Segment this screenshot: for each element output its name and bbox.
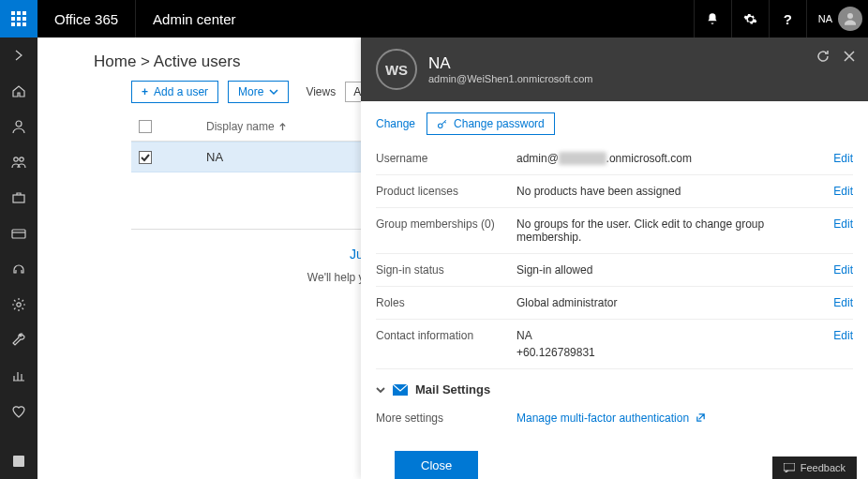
change-password-label: Change password bbox=[454, 117, 545, 130]
close-button[interactable]: Close bbox=[395, 451, 478, 479]
groups-label: Group memberships (0) bbox=[376, 217, 516, 231]
row-groups: Group memberships (0) No groups for the … bbox=[376, 208, 853, 254]
mail-settings-section[interactable]: Mail Settings bbox=[361, 369, 868, 402]
panel-header: WS NA admin@WeiShen1.onmicrosoft.com bbox=[361, 37, 868, 101]
waffle-icon bbox=[11, 11, 26, 26]
contact-label: Contact information bbox=[376, 329, 516, 342]
svg-point-9 bbox=[847, 13, 853, 19]
question-icon: ? bbox=[784, 11, 792, 27]
headset-icon bbox=[11, 262, 26, 277]
svg-rect-7 bbox=[17, 22, 21, 26]
briefcase-icon bbox=[11, 190, 26, 205]
nav-groups[interactable] bbox=[0, 144, 37, 180]
roles-label: Roles bbox=[376, 296, 516, 309]
nav-support[interactable] bbox=[0, 251, 37, 287]
feedback-button[interactable]: Feedback bbox=[772, 457, 857, 479]
change-link[interactable]: Change bbox=[376, 117, 415, 130]
signin-label: Sign-in status bbox=[376, 263, 516, 277]
checkbox-icon bbox=[139, 120, 152, 133]
chart-icon bbox=[11, 368, 26, 383]
gear-icon bbox=[743, 12, 757, 26]
heart-icon bbox=[11, 404, 26, 419]
detail-rows: Username admin@weishen1.onmicrosoft.com … bbox=[361, 142, 868, 369]
contact-edit[interactable]: Edit bbox=[816, 329, 853, 342]
roles-edit[interactable]: Edit bbox=[816, 296, 853, 309]
username-label: Username bbox=[376, 152, 516, 165]
svg-rect-16 bbox=[13, 456, 24, 467]
row-username: Username admin@weishen1.onmicrosoft.com … bbox=[376, 142, 853, 175]
user-initials: NA bbox=[818, 13, 832, 24]
person-icon bbox=[842, 10, 859, 27]
panel-avatar: WS bbox=[376, 49, 417, 90]
add-user-button[interactable]: + Add a user bbox=[131, 81, 218, 103]
nav-setup[interactable] bbox=[0, 322, 37, 358]
svg-point-15 bbox=[17, 303, 21, 307]
svg-rect-3 bbox=[11, 17, 15, 21]
svg-point-10 bbox=[16, 121, 22, 127]
svg-rect-5 bbox=[22, 17, 26, 21]
nav-home[interactable] bbox=[0, 73, 37, 109]
brand-title[interactable]: Office 365 bbox=[37, 0, 136, 37]
nav-admin-centers[interactable] bbox=[0, 443, 37, 479]
nav-health[interactable] bbox=[0, 394, 37, 429]
panel-user-name: NA bbox=[428, 54, 592, 73]
col-display-name[interactable]: Display name bbox=[159, 120, 287, 133]
app-launcher[interactable] bbox=[0, 0, 37, 37]
panel-toolbar: Change Change password bbox=[361, 101, 868, 142]
svg-rect-1 bbox=[17, 11, 21, 15]
wrench-icon bbox=[11, 333, 26, 348]
mfa-link[interactable]: Manage multi-factor authentication bbox=[516, 412, 853, 425]
svg-rect-19 bbox=[784, 463, 795, 471]
row-contact: Contact information NA +60.126789831 Edi… bbox=[376, 320, 853, 369]
licenses-edit[interactable]: Edit bbox=[816, 185, 853, 198]
refresh-icon[interactable] bbox=[816, 49, 831, 64]
svg-rect-4 bbox=[17, 17, 21, 21]
svg-point-11 bbox=[14, 157, 18, 161]
groups-value: No groups for the user. Click edit to ch… bbox=[516, 217, 816, 244]
svg-rect-2 bbox=[22, 11, 26, 15]
more-button[interactable]: More bbox=[228, 81, 289, 103]
key-icon bbox=[437, 118, 448, 129]
breadcrumb-home[interactable]: Home bbox=[94, 52, 136, 70]
help-button[interactable]: ? bbox=[769, 0, 806, 37]
username-edit[interactable]: Edit bbox=[816, 152, 853, 165]
views-label: Views bbox=[306, 85, 336, 98]
settings-button[interactable] bbox=[731, 0, 769, 37]
nav-billing[interactable] bbox=[0, 216, 37, 251]
nav-users[interactable] bbox=[0, 109, 37, 144]
breadcrumb-current: Active users bbox=[154, 52, 241, 70]
change-password-button[interactable]: Change password bbox=[427, 112, 555, 135]
mail-icon bbox=[393, 384, 408, 396]
nav-settings[interactable] bbox=[0, 287, 37, 322]
select-all[interactable] bbox=[131, 120, 159, 133]
svg-rect-14 bbox=[12, 230, 25, 238]
more-label: More bbox=[238, 85, 263, 98]
user-menu[interactable]: NA bbox=[806, 0, 868, 37]
groups-edit[interactable]: Edit bbox=[816, 217, 853, 231]
row-more-settings: More settings Manage multi-factor authen… bbox=[376, 402, 853, 434]
user-detail-panel: WS NA admin@WeiShen1.onmicrosoft.com Cha… bbox=[361, 37, 868, 479]
gear-icon bbox=[11, 297, 26, 312]
nav-resources[interactable] bbox=[0, 180, 37, 216]
close-icon[interactable] bbox=[842, 49, 857, 64]
mail-settings-label: Mail Settings bbox=[415, 382, 490, 397]
notifications-button[interactable] bbox=[694, 0, 731, 37]
chevron-right-icon bbox=[11, 48, 26, 63]
more-settings-label: More settings bbox=[376, 412, 516, 425]
nav-reports[interactable] bbox=[0, 358, 37, 394]
home-icon bbox=[11, 83, 26, 98]
roles-value: Global administrator bbox=[516, 296, 816, 309]
svg-point-12 bbox=[20, 157, 23, 161]
nav-expand[interactable] bbox=[0, 37, 37, 73]
row-signin: Sign-in status Sign-in allowed Edit bbox=[376, 254, 853, 287]
top-header: Office 365 Admin center ? NA bbox=[0, 0, 868, 37]
row-checkbox[interactable] bbox=[131, 151, 159, 164]
app-icon bbox=[11, 454, 26, 469]
card-icon bbox=[11, 226, 26, 241]
chevron-down-icon bbox=[269, 87, 278, 97]
panel-user-email: admin@WeiShen1.onmicrosoft.com bbox=[428, 73, 592, 84]
signin-edit[interactable]: Edit bbox=[816, 263, 853, 277]
people-icon bbox=[11, 155, 26, 170]
chevron-down-icon bbox=[376, 385, 385, 395]
row-roles: Roles Global administrator Edit bbox=[376, 287, 853, 320]
